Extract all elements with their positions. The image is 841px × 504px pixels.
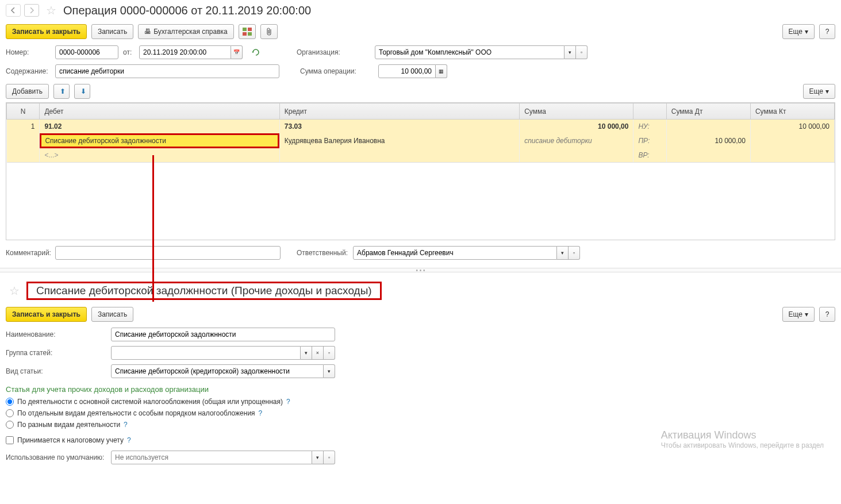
svg-rect-0 xyxy=(243,28,247,31)
radio-row[interactable]: По отдельным видам деятельности с особым… xyxy=(0,407,841,419)
radio-various-activity-label: По разным видам деятельности xyxy=(17,421,120,429)
default-usage-label: Использование по умолчанию: xyxy=(6,453,106,461)
move-up-button[interactable]: ⬆ xyxy=(53,84,70,99)
arrow-down-icon: ⬇ xyxy=(80,87,86,95)
sync-icon-button[interactable] xyxy=(247,45,264,60)
comment-input[interactable] xyxy=(55,246,281,260)
card-kind-label: Вид статьи: xyxy=(6,367,106,375)
calendar-button[interactable]: 📅 xyxy=(231,45,243,59)
help-button[interactable]: ? xyxy=(819,24,835,39)
cell-sum-dt: 10 000,00 xyxy=(666,133,750,148)
organization-dropdown-button[interactable]: ▾ xyxy=(564,45,576,59)
col-credit[interactable]: Кредит xyxy=(279,103,519,120)
radio-various-activity[interactable] xyxy=(6,421,14,429)
card-group-label: Группа статей: xyxy=(6,349,106,357)
card-write-and-close-button[interactable]: Записать и закрыть xyxy=(6,307,87,322)
add-row-button[interactable]: Добавить xyxy=(6,84,49,99)
nav-back-button[interactable] xyxy=(6,4,21,17)
print-accounting-ref-button[interactable]: 🖶 Бухгалтерская справка xyxy=(138,24,234,39)
more-button[interactable]: Еще ▾ xyxy=(782,24,815,39)
windows-activation-watermark: Активация Windows Чтобы активировать Win… xyxy=(661,429,824,449)
paperclip-icon xyxy=(266,28,272,36)
col-debit[interactable]: Дебет xyxy=(40,103,279,120)
card-group-input[interactable] xyxy=(111,346,301,360)
card-kind-input[interactable] xyxy=(111,364,324,378)
more-label: Еще xyxy=(789,28,802,36)
card-name-input[interactable] xyxy=(111,328,335,341)
window-divider[interactable]: • • • xyxy=(0,268,841,272)
cell-debit-subconto-empty: <...> xyxy=(40,148,279,163)
radio-row[interactable]: По разным видам деятельности ? xyxy=(0,419,841,430)
default-usage-open-button[interactable]: ▫ xyxy=(324,451,335,464)
svg-rect-1 xyxy=(248,28,252,31)
card-write-button[interactable]: Записать xyxy=(91,307,133,322)
col-sum-kt[interactable]: Сумма Кт xyxy=(750,103,834,120)
help-icon[interactable]: ? xyxy=(286,398,290,406)
tax-accounting-checkbox[interactable] xyxy=(6,436,14,444)
content-input[interactable] xyxy=(55,64,279,78)
write-and-close-button[interactable]: Записать и закрыть xyxy=(6,24,87,39)
table-more-button[interactable]: Еще ▾ xyxy=(803,84,835,99)
cell-sum-kt: 10 000,00 xyxy=(750,120,834,134)
arrow-up-icon: ⬆ xyxy=(60,87,66,95)
table-row[interactable]: Списание дебиторской задолжнности Кудряв… xyxy=(7,133,835,148)
tax-accounting-checkbox-label: Принимается к налоговому учету xyxy=(17,436,124,444)
dt-kt-button[interactable] xyxy=(239,24,256,39)
responsible-open-button[interactable]: ▫ xyxy=(569,246,580,260)
nav-forward-button[interactable] xyxy=(24,4,39,17)
radio-special-activity[interactable] xyxy=(6,409,14,417)
card-group-open-button[interactable]: ▫ xyxy=(324,346,335,360)
dt-kt-icon xyxy=(243,28,252,36)
chevron-down-icon: ▾ xyxy=(825,87,829,95)
entries-table[interactable]: N Дебет Кредит Сумма Сумма Дт Сумма Кт 1… xyxy=(6,102,835,240)
operation-sum-input[interactable] xyxy=(378,64,436,78)
number-input[interactable] xyxy=(55,45,118,59)
card-help-button[interactable]: ? xyxy=(819,307,835,322)
default-usage-dropdown-button[interactable]: ▾ xyxy=(312,451,324,464)
card-more-button[interactable]: Еще ▾ xyxy=(782,307,815,322)
open-icon: ▫ xyxy=(328,350,330,356)
radio-main-activity[interactable] xyxy=(6,398,14,406)
move-down-button[interactable]: ⬇ xyxy=(74,84,90,99)
write-button[interactable]: Записать xyxy=(91,24,133,39)
card-title-highlighted: Списание дебиторской задолжнности (Прочи… xyxy=(26,282,382,300)
col-n[interactable]: N xyxy=(7,103,40,120)
col-sum-dt[interactable]: Сумма Дт xyxy=(666,103,750,120)
favorite-star-icon[interactable]: ☆ xyxy=(46,3,56,17)
watermark-title: Активация Windows xyxy=(661,429,824,441)
default-usage-input[interactable] xyxy=(111,451,312,464)
col-tax-type[interactable] xyxy=(633,103,666,120)
radio-row[interactable]: По деятельности с основной системой нало… xyxy=(0,396,841,407)
table-row[interactable]: 1 91.02 73.03 10 000,00 НУ: 10 000,00 xyxy=(7,120,835,134)
responsible-dropdown-button[interactable]: ▾ xyxy=(557,246,569,260)
organization-open-button[interactable]: ▫ xyxy=(576,45,587,59)
attach-button[interactable] xyxy=(260,24,278,39)
clear-icon: × xyxy=(316,350,319,356)
chevron-down-icon: ▾ xyxy=(805,310,808,318)
date-input[interactable] xyxy=(139,45,231,59)
responsible-input[interactable] xyxy=(353,246,557,260)
card-group-clear-button[interactable]: × xyxy=(312,346,324,360)
card-kind-dropdown-button[interactable]: ▾ xyxy=(324,364,335,378)
cell-n: 1 xyxy=(7,120,40,134)
table-row[interactable]: <...> ВР: xyxy=(7,148,835,163)
organization-input[interactable] xyxy=(375,45,564,59)
help-icon[interactable]: ? xyxy=(127,436,131,444)
calculator-button[interactable]: ▦ xyxy=(436,64,447,78)
annotation-connector-line xyxy=(152,155,154,302)
table-more-label: Еще xyxy=(809,87,823,95)
cell-debit-subconto-highlighted[interactable]: Списание дебиторской задолжнности xyxy=(40,133,279,148)
card-group-dropdown-button[interactable]: ▾ xyxy=(301,346,312,360)
col-sum[interactable]: Сумма xyxy=(520,103,633,120)
chevron-down-icon: ▾ xyxy=(305,350,308,356)
chevron-down-icon: ▾ xyxy=(328,368,331,374)
cell-description: списание дебиторки xyxy=(520,133,633,148)
favorite-star-icon[interactable]: ☆ xyxy=(9,284,20,298)
chevron-down-icon: ▾ xyxy=(805,28,808,36)
organization-label: Организация: xyxy=(297,48,370,56)
calculator-icon: ▦ xyxy=(439,68,444,74)
help-icon[interactable]: ? xyxy=(259,409,263,417)
cell-sum: 10 000,00 xyxy=(520,120,633,134)
help-icon[interactable]: ? xyxy=(124,421,128,429)
cell-sum-dt xyxy=(666,120,750,134)
